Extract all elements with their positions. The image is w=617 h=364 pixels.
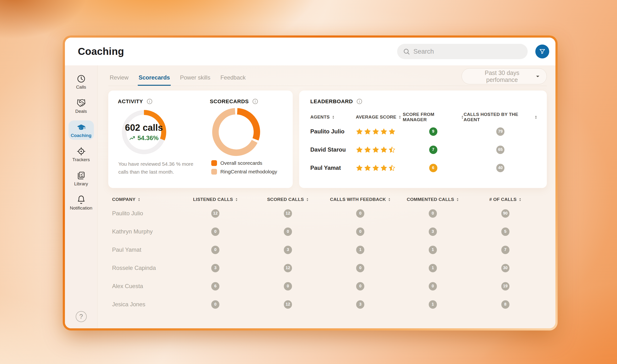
tab-feedback[interactable]: Feedback [219,74,247,86]
leaderboard-header: AGENTSAVERAGE SCORESCORE FROM MANAGERCAL… [310,112,537,122]
company-name: Paul Yamat [112,247,179,253]
listened-calls-badge: 6 [211,282,219,290]
info-icon[interactable] [252,98,258,105]
legend-swatch [211,160,217,166]
leaderboard-sort-average-score-label: AVERAGE SCORE [356,115,396,120]
topbar: ReviewScorecardsPower skillsFeedback Pas… [108,65,547,86]
search-field[interactable] [413,48,522,55]
sidebar-item-deals[interactable]: Deals [68,96,94,116]
search-input[interactable] [397,44,528,59]
table-sort-scored-calls[interactable]: SCORED CALLS [252,197,324,202]
table-sort-listened-calls-label: LISTENED CALLS [193,197,233,202]
sidebar-item-coaching[interactable]: Coaching [68,120,94,140]
num-calls-badge: 8 [501,300,510,309]
app-window: Coaching [63,35,558,330]
sort-icon [535,115,537,119]
leaderboard-body: Paulito Julio 9 79 David Starou 7 65 Pau… [310,122,537,177]
sort-icon [388,197,391,202]
legend-label: Overall scorecards [220,160,262,166]
period-dropdown[interactable]: Past 30 days perfomance [461,68,547,84]
activity-delta: 54.36% [137,134,158,142]
listened-calls-badge: 12 [211,209,219,218]
leaderboard-sort-agents-label: AGENTS [310,115,330,120]
star-rating [356,128,403,135]
leaderboard-sort-score-from-manager-label: SCORE FROM MANAGER [403,112,459,122]
agent-name: David Starou [310,146,356,153]
listened-calls-badge: 3 [211,264,219,272]
legend-item: RingCentral methodology [211,169,283,175]
leaderboard-sort-score-from-manager[interactable]: SCORE FROM MANAGER [403,112,464,122]
leaderboard-sort-agents[interactable]: AGENTS [310,115,356,120]
table-row[interactable]: Kathryn Murphy 0 0 0 3 5 [112,222,541,241]
num-calls-badge: 30 [501,264,510,272]
table-sort-scored-calls-label: SCORED CALLS [267,197,304,202]
table-row[interactable]: Jesica Jones 0 12 3 1 8 [112,295,541,313]
table-row[interactable]: Paul Yamat 0 3 1 1 7 [112,241,541,259]
help-button[interactable]: ? [76,311,87,322]
search-icon [403,48,410,55]
scorecards-legend: Overall scorecards RingCentral methodolo… [211,160,283,175]
calls-hosted-badge: 40 [496,164,504,172]
trend-up-icon [129,136,136,141]
tab-power-skills[interactable]: Power skills [179,74,211,86]
company-name: Jesica Jones [112,301,179,308]
table-header: COMPANYLISTENED CALLSSCORED CALLSCALLS W… [112,195,541,204]
sidebar-item-label: Deals [75,109,87,114]
activity-title: ACTIVITY [118,98,143,105]
sort-icon [456,197,459,202]
table-sort-company[interactable]: COMPANY [112,197,179,202]
company-table: COMPANYLISTENED CALLSSCORED CALLSCALLS W… [108,195,547,313]
listened-calls-badge: 0 [211,228,219,236]
sort-icon [399,115,401,119]
activity-caption: You have reviewed 54.36 % more calls tha… [118,160,197,176]
filter-button[interactable] [535,45,549,58]
leaderboard-row[interactable]: Paul Yamat 6 40 [310,159,537,177]
sidebar-item-label: Calls [76,85,86,90]
sidebar-item-library[interactable]: Library [68,169,94,188]
leaderboard-row[interactable]: David Starou 7 65 [310,141,537,159]
tab-review[interactable]: Review [109,74,130,86]
leaderboard-sort-average-score[interactable]: AVERAGE SCORE [356,115,403,120]
table-row[interactable]: Alex Cuesta 6 0 0 0 19 [112,277,541,295]
commented-calls-badge: 1 [429,246,437,254]
activity-scorecards-card: ACTIVITY 602 calls [108,91,293,188]
table-sort-calls-with-feedback[interactable]: CALLS WITH FEEDBACK [324,197,397,202]
tab-scorecards[interactable]: Scorecards [138,74,171,86]
activity-center-value: 602 calls [125,123,163,133]
leaderboard-row[interactable]: Paulito Julio 9 79 [310,122,537,141]
manager-score-badge: 7 [429,146,437,154]
table-sort-commented-calls[interactable]: COMMENTED CALLS [397,197,469,202]
listened-calls-badge: 0 [211,246,219,254]
scorecards-section: SCORECARDS [210,98,283,180]
calls-with-feedback-badge: 0 [356,264,364,272]
num-calls-badge: 90 [501,209,510,218]
table-sort-of-calls[interactable]: # OF CALLS [469,197,541,202]
manager-score-badge: 6 [429,164,437,172]
sort-icon [235,197,238,202]
table-sort-company-label: COMPANY [112,197,136,202]
table-row[interactable]: Rossele Capinda 3 12 0 1 30 [112,259,541,277]
company-name: Alex Cuesta [112,283,179,289]
num-calls-badge: 5 [501,228,510,236]
commented-calls-badge: 0 [429,282,437,290]
leaderboard-sort-calls-hosted-by-the-agent[interactable]: CALLS HOSTED BY THE AGENT [464,112,537,122]
info-icon[interactable] [146,98,153,105]
info-icon[interactable] [356,98,363,105]
star-rating [356,146,403,153]
calls-with-feedback-badge: 3 [356,300,364,309]
sidebar-item-notification[interactable]: Notification [68,193,94,212]
company-name: Rossele Capinda [112,265,179,271]
page-title: Coaching [78,46,124,57]
library-icon [77,171,86,180]
sidebar-item-trackers[interactable]: Trackers [68,145,94,164]
sidebar-item-calls[interactable]: Calls [68,72,94,91]
calls-with-feedback-badge: 0 [356,282,364,290]
commented-calls-badge: 3 [429,228,437,236]
commented-calls-badge: 0 [429,209,437,218]
num-calls-badge: 7 [501,246,510,254]
table-sort-listened-calls[interactable]: LISTENED CALLS [179,197,252,202]
manager-score-badge: 9 [429,127,437,136]
agent-name: Paul Yamat [310,165,356,171]
table-row[interactable]: Paulito Julio 12 12 0 0 90 [112,204,541,222]
handshake-icon [77,98,86,107]
